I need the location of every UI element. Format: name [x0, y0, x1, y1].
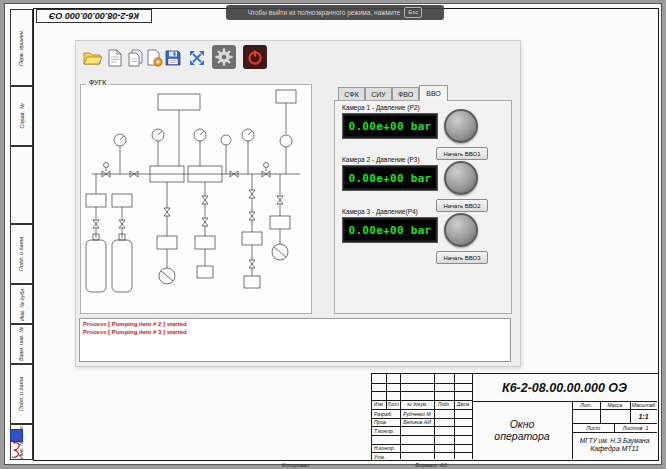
chamber1-label: Камера 1 - Давление (Р2)	[342, 104, 420, 111]
save-glyph	[164, 49, 182, 67]
margin-cell-empty	[10, 146, 33, 224]
scale-label: Масштаб	[630, 401, 657, 409]
tab-label: СФК	[344, 91, 358, 98]
scale-value: 1:1	[630, 409, 657, 423]
hdr-izm: Изм.	[372, 400, 386, 409]
tab-label: ВВО	[426, 90, 441, 97]
margin-label: Перв. примен.	[19, 29, 25, 66]
sheets-label: Листов	[622, 425, 642, 431]
row-name: Рудченко М	[400, 409, 434, 418]
mass-label: Масса	[600, 401, 630, 409]
margin-cell-inv-dubl: Инв. № дубл.	[10, 284, 33, 324]
documents-glyph	[127, 49, 144, 67]
margin-label: Подп. и дата	[19, 237, 25, 271]
hdr-sign: Подп.	[434, 400, 454, 409]
row-role: Н.контр.	[372, 444, 400, 452]
fullscreen-tooltip-text: Чтобы выйти из полноэкранного режима, на…	[248, 9, 400, 16]
esc-keycap: Esc	[404, 7, 422, 18]
chamber3-label: Камера 3 - Давление(Р4)	[342, 208, 418, 215]
add-page-glyph	[146, 49, 163, 67]
pressure-display-1: 0.00e+00 bar	[342, 113, 438, 139]
open-folder-glyph	[83, 50, 103, 66]
schematic-groupbox-label: ФУГК	[86, 79, 109, 86]
new-document-icon[interactable]	[104, 47, 126, 69]
row-name: Беликов АИ	[400, 418, 434, 426]
tab-label: ФВО	[398, 91, 413, 98]
log-line: Process [ Pumping item # 3 ] started	[83, 329, 507, 337]
settings-gear-icon[interactable]	[212, 45, 236, 69]
pressure-display-2: 0.00e+00 bar	[342, 165, 438, 191]
copied-label: Копировал	[282, 462, 309, 468]
open-folder-icon[interactable]	[82, 47, 104, 69]
tab-siu[interactable]: СИУ	[365, 87, 392, 101]
start-vvo2-button[interactable]: Начать ВВО2	[436, 199, 488, 212]
doc-title-text: Окно оператора	[492, 418, 552, 442]
tab-label: СИУ	[371, 91, 386, 98]
power-glyph	[245, 47, 265, 67]
fullscreen-glyph	[188, 49, 206, 67]
chamber2-label: Камера 2 - Давление (Р3)	[342, 156, 420, 163]
title-block: К6-2-08.00.00.000 ОЭ Окно оператора Лит.…	[371, 373, 659, 461]
tab-fvo[interactable]: ФВО	[392, 87, 419, 101]
row-role: Пров.	[372, 418, 400, 426]
new-document-glyph	[107, 49, 123, 67]
power-icon[interactable]	[243, 45, 267, 69]
row-role: Утв.	[372, 452, 400, 461]
hdr-list: Лист	[386, 400, 400, 409]
process-log[interactable]: Process [ Pumping item # 2 ] started Pro…	[79, 318, 511, 362]
margin-label: Взам. инв. №	[19, 327, 25, 361]
rotated-doc-number: К6-2-08.00.00.000 ОЭ	[49, 11, 139, 21]
format-value: А3	[440, 462, 447, 468]
tab-vvo[interactable]: ВВО	[419, 85, 448, 101]
row-role: Т.контр.	[372, 426, 400, 435]
margin-cell-vzam-inv: Взам. инв. №	[10, 324, 33, 364]
pressure-display-3: 0.00e+00 bar	[342, 217, 438, 243]
organization-cell: МГТУ им. Н.Э.Баумана Кафедра МТ11	[572, 432, 657, 459]
piping-schematic-diagram	[82, 88, 310, 310]
start-vvo1-button[interactable]: Начать ВВО1	[436, 147, 488, 160]
margin-label: Справ. №	[19, 104, 25, 129]
hdr-date: Дата	[454, 400, 472, 409]
margin-cell-perv-primen: Перв. примен.	[10, 9, 33, 86]
sheets-cell: Листов 1	[614, 423, 657, 432]
lit-label: Лит.	[572, 401, 600, 409]
knob-vvo3[interactable]	[444, 213, 478, 247]
sheets-value: 1	[645, 425, 648, 431]
department-name: Кафедра МТ11	[590, 445, 639, 454]
corner-mark-red	[8, 441, 28, 461]
tab-sfk[interactable]: СФК	[338, 87, 365, 101]
margin-cell-podp-data-1: Подп. и дата	[10, 224, 33, 284]
knob-vvo2[interactable]	[444, 161, 478, 195]
knob-vvo1[interactable]	[444, 109, 478, 143]
log-line: Process [ Pumping item # 2 ] started	[83, 321, 507, 329]
organization-name: МГТУ им. Н.Э.Баумана	[580, 437, 650, 445]
gear-glyph	[214, 47, 234, 67]
row-role: Разраб.	[372, 409, 400, 418]
margin-cell-podp-data-2: Подп. и дата	[10, 364, 33, 424]
margin-label: Инв. № дубл.	[19, 287, 25, 321]
margin-cell-sprav: Справ. №	[10, 86, 33, 146]
format-cell: Формат А3	[415, 462, 447, 468]
start-vvo3-button[interactable]: Начать ВВО3	[436, 251, 488, 264]
rotated-doc-number-stamp: К6-2-08.00.00.000 ОЭ	[36, 9, 152, 23]
fullscreen-icon[interactable]	[186, 47, 208, 69]
doc-number: К6-2-08.00.00.000 ОЭ	[472, 374, 657, 401]
doc-title: Окно оператора	[472, 401, 572, 459]
save-icon[interactable]	[162, 47, 184, 69]
margin-label: Подп. и дата	[19, 377, 25, 411]
fullscreen-tooltip: Чтобы выйти из полноэкранного режима, на…	[226, 5, 444, 20]
sheet-label: Лист	[572, 423, 614, 432]
format-label: Формат	[415, 462, 437, 468]
hdr-doc: № докум.	[400, 400, 434, 409]
